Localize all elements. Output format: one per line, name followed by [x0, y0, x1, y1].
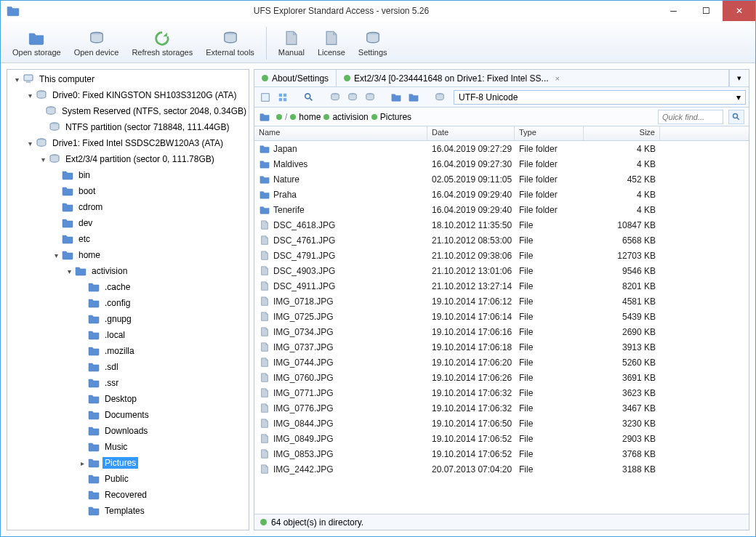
file-row[interactable]: Tenerife16.04.2019 09:29:40File folder4 … — [254, 202, 749, 217]
breadcrumb-item[interactable]: activision — [323, 112, 368, 122]
file-row[interactable]: IMG_0849.JPG19.10.2014 17:06:52File2903 … — [254, 431, 749, 446]
toolbar-open-device[interactable]: Open device — [68, 24, 125, 62]
refresh-icon — [153, 31, 171, 47]
file-date: 19.10.2014 17:06:14 — [427, 312, 515, 322]
file-row[interactable]: DSC_4911.JPG21.10.2012 13:27:14File8201 … — [254, 278, 749, 294]
expand-icon[interactable]: ▾ — [25, 140, 35, 148]
file-date: 19.10.2014 17:06:52 — [427, 449, 515, 459]
tree-node[interactable]: .gnupg — [7, 311, 249, 327]
tree-node[interactable]: bin — [7, 167, 249, 183]
tree-node[interactable]: .sdl — [7, 359, 249, 375]
tab-options[interactable]: ▾ — [729, 70, 749, 86]
tree-node[interactable]: ▾This computer — [7, 71, 249, 87]
expand-icon[interactable]: ▾ — [12, 76, 22, 84]
toolbar-settings[interactable]: Settings — [353, 24, 393, 62]
tree-node[interactable]: .config — [7, 295, 249, 311]
toolbar-external-tools[interactable]: External tools — [200, 24, 260, 62]
tree-node[interactable]: ▾activision — [7, 263, 249, 279]
tree-node[interactable]: dev — [7, 215, 249, 231]
file-row[interactable]: IMG_0737.JPG19.10.2014 17:06:18File3913 … — [254, 339, 749, 355]
toolbar-manual[interactable]: Manual — [273, 24, 310, 62]
file-row[interactable]: Praha16.04.2019 09:29:40File folder4 KB — [254, 187, 749, 202]
tree-node[interactable]: .mozilla — [7, 343, 249, 359]
tree-node[interactable]: ▾Drive0: Fixed KINGSTON SH103S3120G (ATA… — [7, 87, 249, 103]
tab-close-icon[interactable]: × — [555, 74, 560, 83]
expand-icon[interactable]: ▸ — [77, 459, 87, 467]
toolbar-open-storage[interactable]: Open storage — [7, 24, 67, 62]
tree-node[interactable]: ▸Pictures — [7, 455, 249, 471]
file-row[interactable]: IMG_0771.JPG19.10.2014 17:06:32File3623 … — [254, 385, 749, 400]
tree-node[interactable]: .ssr — [7, 375, 249, 391]
col-header-type[interactable]: Type — [515, 126, 584, 140]
tree-node[interactable]: cdrom — [7, 199, 249, 215]
file-row[interactable]: DSC_4791.JPG21.10.2012 09:38:06File12703… — [254, 248, 749, 263]
quick-find-input[interactable] — [658, 110, 723, 124]
file-row[interactable]: Japan16.04.2019 09:27:29File folder4 KB — [254, 141, 749, 156]
file-row[interactable]: DSC_4618.JPG18.10.2012 11:35:50File10847… — [254, 217, 749, 233]
tree-pane[interactable]: ▾This computer▾Drive0: Fixed KINGSTON SH… — [7, 69, 249, 530]
minimize-button[interactable]: ─ — [657, 1, 690, 21]
file-row[interactable]: IMG_0744.JPG19.10.2014 17:06:20File5260 … — [254, 355, 749, 370]
tab-0[interactable]: About/Settings — [254, 70, 337, 86]
tb-icon-8[interactable] — [406, 89, 422, 105]
tb-icon-5[interactable] — [345, 89, 361, 105]
tree-node[interactable]: ▾Ext2/3/4 partition (sector 0, 111.78GB) — [7, 151, 249, 167]
tree-node[interactable]: etc — [7, 231, 249, 247]
file-row[interactable]: DSC_4761.JPG21.10.2012 08:53:00File6568 … — [254, 233, 749, 248]
tb-icon-6[interactable] — [362, 89, 378, 105]
tb-icon-1[interactable] — [257, 89, 273, 105]
tree-node[interactable]: System Reserved (NTFS, sector 2048, 0.34… — [7, 103, 249, 119]
tree-node[interactable]: NTFS partition (sector 718848, 111.44GB) — [7, 119, 249, 135]
tree-node[interactable]: Music — [7, 439, 249, 455]
expand-icon[interactable]: ▾ — [51, 251, 61, 259]
file-row[interactable]: Maldives16.04.2019 09:27:30File folder4 … — [254, 156, 749, 171]
tree-node[interactable]: Downloads — [7, 423, 249, 439]
file-name: IMG_0771.JPG — [273, 388, 334, 398]
tree-node[interactable]: Public — [7, 471, 249, 487]
file-row[interactable]: IMG_0734.JPG19.10.2014 17:06:16File2690 … — [254, 324, 749, 339]
tb-icon-7[interactable] — [388, 89, 404, 105]
tree-node[interactable]: Templates — [7, 503, 249, 519]
close-button[interactable]: ✕ — [723, 1, 755, 21]
col-header-name[interactable]: Name — [254, 126, 427, 140]
tree-node[interactable]: boot — [7, 183, 249, 199]
maximize-button[interactable]: ☐ — [690, 1, 723, 21]
tree-node[interactable]: Documents — [7, 407, 249, 423]
tree-node[interactable]: Desktop — [7, 391, 249, 407]
col-header-date[interactable]: Date — [427, 126, 515, 140]
file-row[interactable]: IMG_0760.JPG19.10.2014 17:06:26File3691 … — [254, 370, 749, 385]
encoding-select[interactable]: UTF-8 Unicode ▾ — [454, 90, 746, 105]
file-row[interactable]: IMG_0844.JPG19.10.2014 17:06:50File3230 … — [254, 416, 749, 431]
breadcrumb-item[interactable]: home — [290, 112, 321, 122]
file-row[interactable]: DSC_4903.JPG21.10.2012 13:01:06File9546 … — [254, 263, 749, 278]
tree-node[interactable]: ▾Drive1: Fixed Intel SSDSC2BW120A3 (ATA) — [7, 135, 249, 151]
expand-icon[interactable]: ▾ — [25, 92, 35, 100]
part-icon — [44, 105, 57, 117]
tb-icon-2[interactable] — [275, 89, 291, 105]
breadcrumb-item[interactable]: Pictures — [371, 112, 411, 122]
tree-node[interactable]: .local — [7, 327, 249, 343]
expand-icon[interactable]: ▾ — [38, 156, 48, 163]
tab-1[interactable]: Ext2/3/4 [0-234441648 on Drive1: Fixed I… — [337, 70, 729, 86]
toolbar-license[interactable]: License — [312, 24, 351, 62]
file-size: 4 KB — [584, 205, 660, 215]
file-list[interactable]: Japan16.04.2019 09:27:29File folder4 KBM… — [254, 141, 749, 514]
file-row[interactable]: IMG_0776.JPG19.10.2014 17:06:32File3467 … — [254, 400, 749, 416]
breadcrumb-item[interactable] — [259, 112, 273, 122]
file-row[interactable]: IMG_2442.JPG20.07.2013 07:04:20File3188 … — [254, 461, 749, 477]
tree-node[interactable]: .cache — [7, 279, 249, 295]
search-button[interactable] — [728, 110, 744, 124]
tb-icon-4[interactable] — [327, 89, 343, 105]
tree-node[interactable]: ▾home — [7, 247, 249, 263]
expand-icon[interactable]: ▾ — [64, 267, 74, 275]
tree-node[interactable]: Recovered — [7, 487, 249, 503]
file-row[interactable]: IMG_0853.JPG19.10.2014 17:06:52File3768 … — [254, 446, 749, 461]
tb-icon-9[interactable] — [432, 89, 448, 105]
file-row[interactable]: IMG_0725.JPG19.10.2014 17:06:14File5439 … — [254, 309, 749, 324]
folder-icon — [87, 345, 100, 357]
toolbar-refresh-storages[interactable]: Refresh storages — [126, 24, 198, 62]
file-row[interactable]: Nature02.05.2019 09:11:05File folder452 … — [254, 171, 749, 187]
find-button[interactable] — [301, 89, 317, 105]
col-header-size[interactable]: Size — [584, 126, 660, 140]
file-row[interactable]: IMG_0718.JPG19.10.2014 17:06:12File4581 … — [254, 294, 749, 309]
